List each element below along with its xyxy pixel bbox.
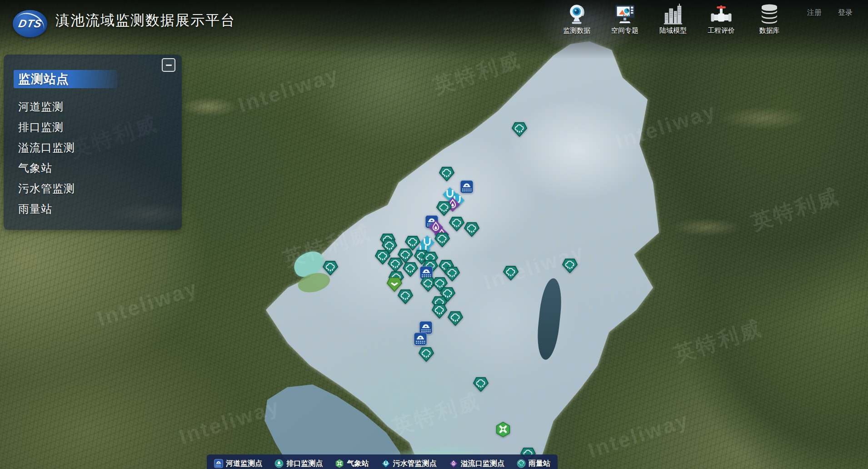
nav-label: 数据库 xyxy=(759,26,780,35)
map-marker-rain[interactable] xyxy=(464,222,480,239)
nav-label: 陆域模型 xyxy=(659,26,687,35)
river-legend-icon xyxy=(214,459,223,468)
nav-database[interactable]: 数据库 xyxy=(755,3,783,35)
rain-legend-icon xyxy=(517,459,526,468)
sidebar-item-outlet[interactable]: 排口监测 xyxy=(18,117,182,137)
sewage-legend-icon xyxy=(381,459,390,469)
overflow-legend-icon xyxy=(449,459,458,469)
legend-item-sewage: 污水管监测点 xyxy=(381,459,437,469)
map-marker-river[interactable] xyxy=(460,180,474,195)
legend-item-river: 河道监测点 xyxy=(214,459,262,469)
auth-links: 注册 登录 xyxy=(807,8,853,18)
legend-label: 污水管监测点 xyxy=(393,459,437,469)
map-marker-rain[interactable] xyxy=(403,262,419,279)
monitor-chart-icon xyxy=(614,3,636,25)
map-marker-rain[interactable] xyxy=(439,167,455,184)
map-legend: 河道监测点 排口监测点 气象站 污水管监测点 溢流口监测点 xyxy=(207,454,558,469)
app-window: 英特利威Inteliway英特利威Inteliway英特利威Inteliway英… xyxy=(0,0,868,469)
map-marker-rain[interactable] xyxy=(398,289,414,306)
panel-item-list: 河道监测排口监测溢流口监测气象站污水管监测雨量站 xyxy=(4,96,182,219)
nav-monitor-data[interactable]: 监测数据 xyxy=(563,3,591,35)
map-marker-rain[interactable] xyxy=(512,122,528,139)
sidebar-item-overflow[interactable]: 溢流口监测 xyxy=(18,137,182,158)
register-link[interactable]: 注册 xyxy=(807,8,822,18)
login-link[interactable]: 登录 xyxy=(838,8,853,18)
legend-item-overflow: 溢流口监测点 xyxy=(449,459,504,469)
panel-title: 监测站点 xyxy=(14,70,117,88)
outlet-legend-icon xyxy=(274,459,284,468)
nav-label: 监测数据 xyxy=(563,26,590,35)
map-marker-rain[interactable] xyxy=(562,259,578,275)
minus-icon xyxy=(166,65,172,66)
valve-icon xyxy=(710,3,732,25)
nav-spatial-topic[interactable]: 空间专题 xyxy=(611,3,639,35)
map-marker-rain[interactable] xyxy=(473,377,489,394)
legend-label: 排口监测点 xyxy=(286,459,323,469)
legend-item-rain: 雨量站 xyxy=(517,459,550,469)
legend-label: 雨量站 xyxy=(529,459,550,469)
monitoring-stations-panel: 监测站点 河道监测排口监测溢流口监测气象站污水管监测雨量站 xyxy=(4,55,182,230)
legend-label: 河道监测点 xyxy=(226,459,262,469)
logo-text: DTS xyxy=(17,17,43,30)
map-marker-rain[interactable] xyxy=(323,261,339,278)
app-logo: DTS xyxy=(13,10,47,37)
map-marker-rain[interactable] xyxy=(449,217,465,234)
sidebar-item-rain[interactable]: 雨量站 xyxy=(18,199,182,219)
buildings-icon xyxy=(663,3,683,25)
page-title: 滇池流域监测数据展示平台 xyxy=(55,11,235,30)
nav-land-model[interactable]: 陆域模型 xyxy=(659,3,687,35)
nav-label: 空间专题 xyxy=(611,26,639,35)
sidebar-item-sewage[interactable]: 污水管监测 xyxy=(18,178,182,199)
map-marker-weather[interactable] xyxy=(495,421,511,439)
map-marker-rain[interactable] xyxy=(434,233,450,249)
top-nav: 监测数据 空间专题 xyxy=(563,3,783,35)
nav-label: 工程评价 xyxy=(708,26,735,35)
sidebar-item-weather[interactable]: 气象站 xyxy=(18,158,182,178)
webcam-icon xyxy=(566,3,587,25)
legend-item-outlet: 排口监测点 xyxy=(274,459,323,469)
sidebar-item-river[interactable]: 河道监测 xyxy=(18,96,182,117)
collapse-panel-button[interactable] xyxy=(162,58,175,72)
database-icon xyxy=(758,3,780,25)
map-marker-rain[interactable] xyxy=(448,311,464,328)
map-marker-rain[interactable] xyxy=(503,266,519,283)
nav-project-eval[interactable]: 工程评价 xyxy=(707,3,735,35)
map-marker-rain[interactable] xyxy=(432,304,448,321)
weather-legend-icon xyxy=(335,459,344,468)
map-marker-river[interactable] xyxy=(414,332,427,348)
map-marker-rain[interactable] xyxy=(419,347,434,364)
legend-label: 气象站 xyxy=(347,459,369,469)
legend-label: 溢流口监测点 xyxy=(461,459,504,469)
legend-item-weather: 气象站 xyxy=(335,459,369,469)
